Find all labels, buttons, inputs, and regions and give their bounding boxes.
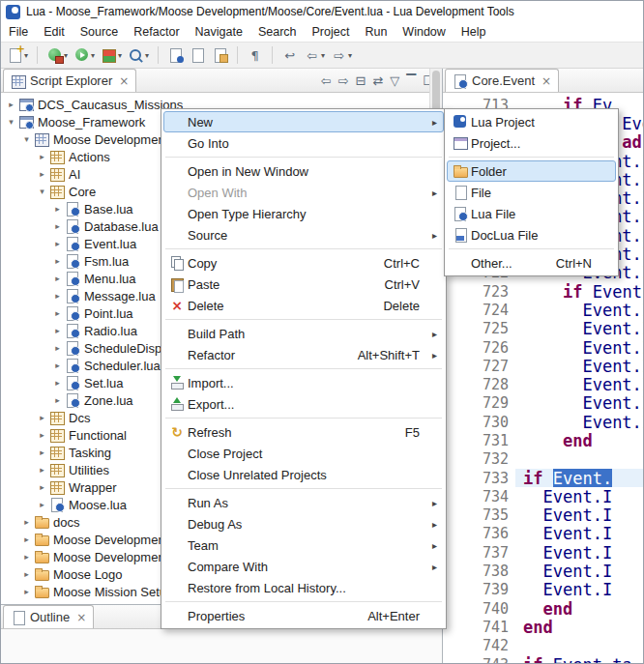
collapse-all-icon[interactable]: ⊟ <box>356 74 366 87</box>
expanded-arrow-icon[interactable]: ▾ <box>36 187 48 196</box>
collapsed-arrow-icon[interactable]: ▸ <box>51 221 64 231</box>
forward-button[interactable]: ⇨▾ <box>329 44 354 66</box>
context-menu-item-refactor[interactable]: RefactorAlt+Shift+T▸ <box>163 344 444 365</box>
new-submenu-item-lua-project[interactable]: Lua Project <box>447 111 616 132</box>
search-button[interactable]: ▾ <box>126 44 151 66</box>
context-menu-item-delete[interactable]: ×DeleteDelete <box>163 295 444 316</box>
new-submenu-item-doclua-file[interactable]: DocLua File <box>447 224 616 245</box>
collapsed-arrow-icon[interactable]: ▸ <box>51 308 64 318</box>
menu-project[interactable]: Project <box>305 23 358 41</box>
code-line-731[interactable]: 731 end <box>443 431 643 449</box>
context-menu-item-export[interactable]: Export... <box>163 393 444 415</box>
context-menu-item-compare-with[interactable]: Compare With▸ <box>163 556 444 577</box>
collapsed-arrow-icon[interactable]: ▸ <box>51 274 64 283</box>
context-menu-item-team[interactable]: Team▸ <box>163 534 444 556</box>
collapsed-arrow-icon[interactable]: ▸ <box>51 378 64 388</box>
collapsed-arrow-icon[interactable]: ▸ <box>51 395 64 405</box>
new-submenu-item-file[interactable]: File <box>447 182 616 203</box>
collapsed-arrow-icon[interactable]: ▸ <box>20 517 33 527</box>
close-editor-tab-icon[interactable]: × <box>542 74 551 88</box>
collapsed-arrow-icon[interactable]: ▸ <box>36 430 48 440</box>
collapsed-arrow-icon[interactable]: ▸ <box>51 204 64 214</box>
view-menu-icon[interactable]: ▽ <box>390 74 399 87</box>
collapsed-arrow-icon[interactable]: ▸ <box>36 169 48 179</box>
tab-script-explorer[interactable]: Script Explorer × <box>3 69 136 92</box>
coverage-button[interactable]: ▾ <box>99 44 124 66</box>
menu-edit[interactable]: Edit <box>36 23 73 41</box>
code-line-743[interactable]: 743if Event.ta <box>443 655 643 663</box>
context-menu-item-import[interactable]: Import... <box>163 372 444 393</box>
code-line-733[interactable]: 733if Event. <box>443 469 643 487</box>
context-menu-item-refresh[interactable]: ↻RefreshF5 <box>163 421 444 443</box>
close-script-explorer-icon[interactable]: × <box>119 74 129 88</box>
external-tools-button[interactable]: ▾ <box>44 44 70 66</box>
menu-run[interactable]: Run <box>357 23 395 41</box>
code-line-738[interactable]: 738 Event.I <box>443 562 643 580</box>
context-menu-item-debug-as[interactable]: Debug As▸ <box>163 513 444 534</box>
last-edit-location-button[interactable]: ↩ <box>279 44 300 66</box>
back-dropdown-icon[interactable]: ▾ <box>321 51 325 60</box>
context-menu-item-source[interactable]: Source▸ <box>163 224 444 245</box>
collapsed-arrow-icon[interactable]: ▸ <box>36 500 48 509</box>
link-with-editor-icon[interactable]: ⇄ <box>372 74 383 87</box>
expanded-arrow-icon[interactable]: ▾ <box>5 117 17 127</box>
tab-outline[interactable]: Outline × <box>3 605 94 628</box>
code-line-727[interactable]: 727 Event.I <box>443 357 643 375</box>
run-button[interactable]: ▾ <box>72 44 97 66</box>
code-line-742[interactable]: 742 <box>443 637 643 655</box>
code-line-741[interactable]: 741end <box>443 618 643 636</box>
context-menu-item-go-into[interactable]: Go Into <box>163 132 444 154</box>
code-line-726[interactable]: 726 Event.I <box>443 338 643 357</box>
back-icon[interactable]: ⇦ <box>321 74 332 87</box>
back-button[interactable]: ⇦▾ <box>302 44 327 66</box>
context-menu-item-open-in-new-window[interactable]: Open in New Window <box>163 160 444 182</box>
minimize-icon[interactable]: ▔ <box>406 74 416 87</box>
context-menu-item-run-as[interactable]: Run As▸ <box>163 492 444 513</box>
new-wizard-button[interactable]: ▾ <box>5 44 30 66</box>
code-line-730[interactable]: 730 Event.I <box>443 413 643 431</box>
context-menu-item-close-project[interactable]: Close Project <box>163 443 444 464</box>
code-line-729[interactable]: 729 Event.I <box>443 394 643 413</box>
forward-icon[interactable]: ⇨ <box>338 74 349 87</box>
context-menu-item-open-type-hierarchy[interactable]: Open Type Hierarchy <box>163 203 444 224</box>
open-element-button[interactable] <box>188 44 208 66</box>
new-submenu-item-lua-file[interactable]: Lua File <box>447 203 616 224</box>
code-line-739[interactable]: 739 Event.I <box>443 581 643 599</box>
menu-navigate[interactable]: Navigate <box>188 23 250 41</box>
menu-source[interactable]: Source <box>73 23 127 41</box>
menu-file[interactable]: File <box>1 23 36 41</box>
new-submenu-item-other[interactable]: Other...Ctrl+N <box>447 252 616 274</box>
code-line-728[interactable]: 728 Event.I <box>443 375 643 393</box>
collapsed-arrow-icon[interactable]: ▸ <box>36 447 48 457</box>
collapsed-arrow-icon[interactable]: ▸ <box>51 326 64 335</box>
show-whitespace-button[interactable]: ¶ <box>245 44 265 66</box>
external-tools-dropdown-icon[interactable]: ▾ <box>64 51 68 60</box>
collapsed-arrow-icon[interactable]: ▸ <box>36 152 48 161</box>
context-menu-item-build-path[interactable]: Build Path▸ <box>163 323 444 344</box>
menu-window[interactable]: Window <box>395 23 453 41</box>
expanded-arrow-icon[interactable]: ▾ <box>20 134 33 144</box>
collapsed-arrow-icon[interactable]: ▸ <box>36 482 48 492</box>
new-submenu-item-folder[interactable]: Folder <box>447 160 616 182</box>
collapsed-arrow-icon[interactable]: ▸ <box>20 569 33 579</box>
forward-dropdown-icon[interactable]: ▾ <box>348 51 352 60</box>
code-line-736[interactable]: 736 Event.I <box>443 525 643 543</box>
code-line-725[interactable]: 725 Event.I <box>443 320 643 338</box>
collapsed-arrow-icon[interactable]: ▸ <box>51 343 64 353</box>
tab-core-event[interactable]: Core.Event × <box>445 69 559 92</box>
run-dropdown-icon[interactable]: ▾ <box>91 51 95 60</box>
new-lua-file-button[interactable] <box>165 44 186 66</box>
menu-refactor[interactable]: Refactor <box>126 23 187 41</box>
collapsed-arrow-icon[interactable]: ▸ <box>5 100 17 109</box>
new-submenu-item-project[interactable]: Project... <box>447 132 616 154</box>
context-menu-item-restore-from-local-history[interactable]: Restore from Local History... <box>163 577 444 598</box>
coverage-dropdown-icon[interactable]: ▾ <box>118 51 122 60</box>
code-line-732[interactable]: 732 <box>443 450 643 469</box>
code-line-740[interactable]: 740 end <box>443 599 643 618</box>
collapsed-arrow-icon[interactable]: ▸ <box>51 239 64 248</box>
menu-search[interactable]: Search <box>250 23 305 41</box>
menu-help[interactable]: Help <box>454 23 494 41</box>
context-menu-item-copy[interactable]: CopyCtrl+C <box>163 252 444 274</box>
collapsed-arrow-icon[interactable]: ▸ <box>36 465 48 475</box>
new-folder-button[interactable] <box>210 44 230 66</box>
